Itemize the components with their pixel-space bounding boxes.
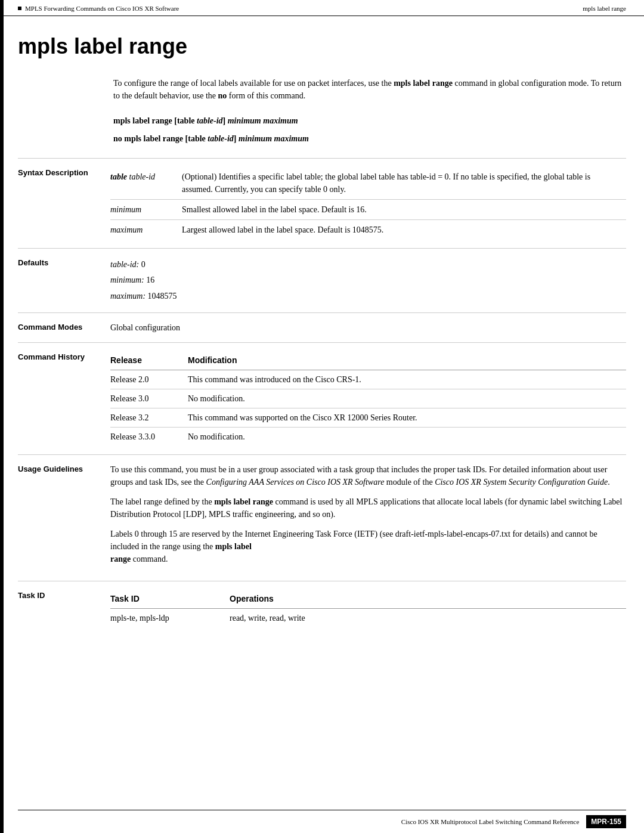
usage-para-3: Labels 0 through 15 are reserved by the … xyxy=(110,528,626,565)
task-table: Task ID Operations mpls-te, mpls-ldp rea… xyxy=(110,590,626,627)
left-border-bar xyxy=(0,0,4,833)
syntax-line-2: no mpls label range [table table-id] min… xyxy=(113,132,626,146)
defaults-line-2: minimum: 16 xyxy=(110,272,626,289)
syntax-table: table table-id (Optional) Identifies a s… xyxy=(110,167,626,240)
syntax-description-content: table table-id (Optional) Identifies a s… xyxy=(110,167,626,240)
footer-badge: MPR-155 xyxy=(586,815,626,828)
history-row-1: Release 2.0 This command was introduced … xyxy=(110,370,626,389)
history-mod-4: No modification. xyxy=(188,428,626,447)
syntax-desc-table: (Optional) Identifies a specific label t… xyxy=(182,167,626,200)
history-release-1: Release 2.0 xyxy=(110,370,188,389)
syntax-description-section: Syntax Description table table-id (Optio… xyxy=(18,158,626,248)
defaults-content: table-id: 0 minimum: 16 maximum: 1048575 xyxy=(110,257,626,305)
command-history-section: Command History Release Modification Rel… xyxy=(18,342,626,454)
history-col-release: Release xyxy=(110,351,188,370)
history-col-modification: Modification xyxy=(188,351,626,370)
history-release-2: Release 3.0 xyxy=(110,389,188,408)
history-row-3: Release 3.2 This command was supported o… xyxy=(110,408,626,428)
task-col-id: Task ID xyxy=(110,590,230,609)
syntax-desc-maximum: Largest allowed label in the label space… xyxy=(182,219,626,240)
task-id-content: Task ID Operations mpls-te, mpls-ldp rea… xyxy=(110,590,626,627)
defaults-label: Defaults xyxy=(18,257,110,305)
syntax-desc-minimum: Smallest allowed label in the label spac… xyxy=(182,199,626,219)
syntax-block: mpls label range [table table-id] minimu… xyxy=(113,114,626,146)
task-id-label: Task ID xyxy=(18,590,110,627)
intro-paragraph: To configure the range of local labels a… xyxy=(113,77,626,102)
usage-para-2: The label range defined by the mpls labe… xyxy=(110,496,626,521)
task-row-1: mpls-te, mpls-ldp read, write, read, wri… xyxy=(110,609,626,628)
task-id-section: Task ID Task ID Operations mpls-te, mpls… xyxy=(18,581,626,636)
defaults-section: Defaults table-id: 0 minimum: 16 maximum… xyxy=(18,248,626,313)
defaults-line-1: table-id: 0 xyxy=(110,257,626,273)
syntax-term-minimum: minimum xyxy=(110,199,182,219)
command-history-content: Release Modification Release 2.0 This co… xyxy=(110,351,626,446)
top-header: MPLS Forwarding Commands on Cisco IOS XR… xyxy=(0,0,644,16)
task-col-operations: Operations xyxy=(230,590,626,609)
history-mod-2: No modification. xyxy=(188,389,626,408)
history-release-4: Release 3.3.0 xyxy=(110,428,188,447)
task-operations-value: read, write, read, write xyxy=(230,609,626,628)
usage-guidelines-label: Usage Guidelines xyxy=(18,463,110,572)
command-modes-content: Global configuration xyxy=(110,321,626,334)
usage-guidelines-content: To use this command, you must be in a us… xyxy=(110,463,626,572)
page-title: mpls label range xyxy=(18,34,626,59)
page-footer: Cisco IOS XR Multiprotocol Label Switchi… xyxy=(18,810,626,833)
command-modes-label: Command Modes xyxy=(18,321,110,334)
history-mod-1: This command was introduced on the Cisco… xyxy=(188,370,626,389)
syntax-row-table-id: table table-id (Optional) Identifies a s… xyxy=(110,167,626,200)
page-container: MPLS Forwarding Commands on Cisco IOS XR… xyxy=(0,0,644,833)
history-table: Release Modification Release 2.0 This co… xyxy=(110,351,626,446)
syntax-term-table: table table-id xyxy=(110,167,182,200)
history-row-4: Release 3.3.0 No modification. xyxy=(110,428,626,447)
syntax-line-1: mpls label range [table table-id] minimu… xyxy=(113,114,626,128)
defaults-line-3: maximum: 1048575 xyxy=(110,289,626,305)
header-left-text: MPLS Forwarding Commands on Cisco IOS XR… xyxy=(25,5,179,12)
task-id-value: mpls-te, mpls-ldp xyxy=(110,609,230,628)
history-row-2: Release 3.0 No modification. xyxy=(110,389,626,408)
main-content: To configure the range of local labels a… xyxy=(0,77,644,636)
header-left: MPLS Forwarding Commands on Cisco IOS XR… xyxy=(18,5,179,12)
usage-para-1: To use this command, you must be in a us… xyxy=(110,463,626,488)
syntax-description-label: Syntax Description xyxy=(18,167,110,240)
history-header-row: Release Modification xyxy=(110,351,626,370)
footer-text: Cisco IOS XR Multiprotocol Label Switchi… xyxy=(18,818,586,825)
command-modes-section: Command Modes Global configuration xyxy=(18,312,626,342)
usage-guidelines-section: Usage Guidelines To use this command, yo… xyxy=(18,454,626,581)
header-bar-icon xyxy=(18,7,21,10)
syntax-row-minimum: minimum Smallest allowed label in the la… xyxy=(110,199,626,219)
syntax-term-maximum: maximum xyxy=(110,219,182,240)
history-mod-3: This command was supported on the Cisco … xyxy=(188,408,626,428)
command-history-label: Command History xyxy=(18,351,110,446)
page-title-area: mpls label range xyxy=(0,16,644,77)
header-right-text: mpls label range xyxy=(583,5,626,12)
syntax-row-maximum: maximum Largest allowed label in the lab… xyxy=(110,219,626,240)
task-header-row: Task ID Operations xyxy=(110,590,626,609)
history-release-3: Release 3.2 xyxy=(110,408,188,428)
